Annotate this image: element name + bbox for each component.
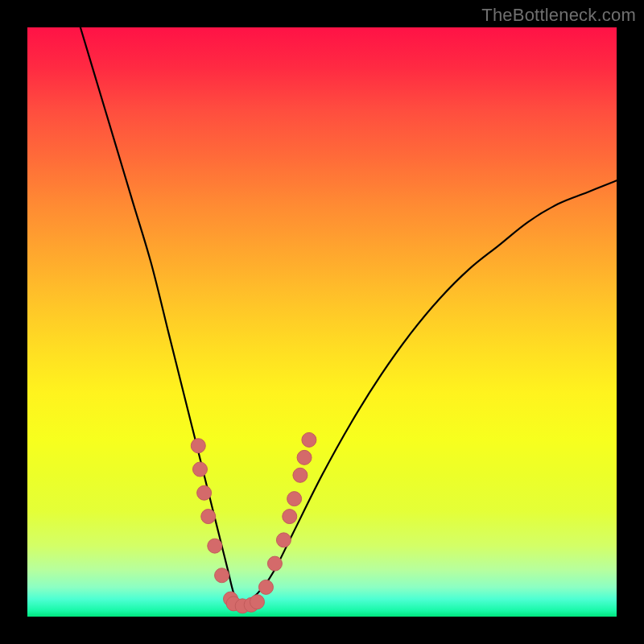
data-marker bbox=[267, 556, 282, 571]
data-marker bbox=[191, 439, 205, 453]
data-marker bbox=[258, 580, 273, 594]
data-marker bbox=[201, 510, 216, 524]
data-marker bbox=[283, 510, 297, 524]
curve-svg bbox=[27, 27, 617, 617]
chart-stage: TheBottleneck.com bbox=[0, 0, 644, 644]
watermark-text: TheBottleneck.com bbox=[481, 5, 636, 26]
plot-area bbox=[27, 27, 617, 617]
curve-group bbox=[80, 27, 617, 605]
data-marker bbox=[208, 539, 222, 553]
data-marker bbox=[250, 595, 264, 609]
data-marker bbox=[293, 468, 308, 482]
curve-right-branch bbox=[240, 180, 617, 605]
data-marker bbox=[297, 450, 312, 464]
data-marker bbox=[192, 462, 207, 477]
data-marker bbox=[197, 485, 212, 500]
data-marker bbox=[215, 568, 229, 583]
data-marker bbox=[302, 432, 316, 447]
data-marker bbox=[276, 533, 291, 547]
data-marker bbox=[287, 492, 302, 506]
